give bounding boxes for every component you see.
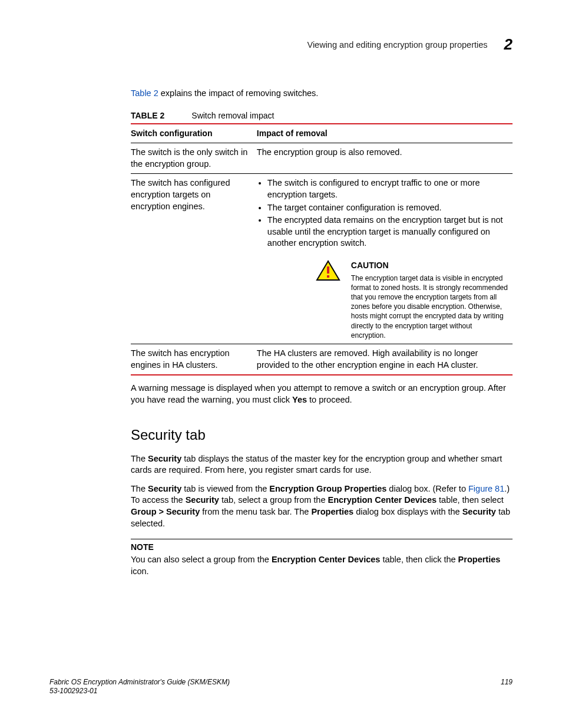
part-number: 53-1002923-01: [49, 687, 97, 695]
switch-removal-table: Switch configuration Impact of removal T…: [131, 123, 513, 375]
security-p1: The Security tab displays the status of …: [131, 453, 513, 476]
intro-rest: explains the impact of removing switches…: [158, 88, 319, 98]
bullet: The encrypted data remains on the encryp…: [267, 215, 508, 249]
table-caption: TABLE 2Switch removal impact: [131, 110, 513, 121]
svg-rect-2: [327, 275, 329, 278]
caution-body: The encryption target data is visible in…: [351, 274, 508, 340]
note-label: NOTE: [131, 542, 513, 553]
cell-impact: The HA clusters are removed. High availa…: [257, 344, 513, 375]
bullet: The target container configuration is re…: [267, 202, 508, 214]
svg-rect-1: [327, 266, 329, 274]
table-row: The switch is the only switch in the enc…: [131, 143, 513, 174]
caution-text: CAUTION The encryption target data is vi…: [351, 260, 508, 340]
cell-config: The switch is the only switch in the enc…: [131, 143, 257, 174]
col-header-config: Switch configuration: [131, 124, 257, 143]
figure-81-link[interactable]: Figure 81: [468, 484, 504, 493]
cell-config: The switch has encryption engines in HA …: [131, 344, 257, 375]
book-title: Fabric OS Encryption Administrator's Gui…: [49, 678, 230, 686]
chapter-number: 2: [504, 35, 513, 54]
cell-impact: The switch is configured to encrypt traf…: [257, 174, 513, 344]
cell-config: The switch has configured encryption tar…: [131, 174, 257, 344]
note-body: You can also select a group from the Enc…: [131, 554, 513, 577]
security-p2: The Security tab is viewed from the Encr…: [131, 483, 513, 529]
security-tab-heading: Security tab: [131, 426, 513, 444]
note-block: NOTE You can also select a group from th…: [131, 539, 513, 577]
after-table-paragraph: A warning message is displayed when you …: [131, 383, 513, 406]
table-header-row: Switch configuration Impact of removal: [131, 124, 513, 143]
running-title: Viewing and editing encryption group pro…: [307, 40, 487, 50]
table-row: The switch has configured encryption tar…: [131, 174, 513, 344]
table-label: TABLE 2: [131, 111, 164, 120]
impact-bullets: The switch is configured to encrypt traf…: [267, 177, 508, 249]
caution-block: CAUTION The encryption target data is vi…: [316, 260, 508, 340]
table-row: The switch has encryption engines in HA …: [131, 344, 513, 375]
bullet: The switch is configured to encrypt traf…: [267, 177, 508, 200]
page-footer: Fabric OS Encryption Administrator's Gui…: [49, 678, 513, 696]
page-number: 119: [501, 678, 513, 696]
table-title: Switch removal impact: [191, 111, 274, 120]
table-2-link[interactable]: Table 2: [131, 88, 158, 98]
col-header-impact: Impact of removal: [257, 124, 513, 143]
cell-impact: The encryption group is also removed.: [257, 143, 513, 174]
caution-title: CAUTION: [351, 260, 508, 271]
caution-icon: [316, 260, 340, 281]
intro-paragraph: Table 2 explains the impact of removing …: [131, 88, 513, 100]
yes-label: Yes: [292, 395, 307, 404]
running-header: Viewing and editing encryption group pro…: [49, 35, 513, 54]
